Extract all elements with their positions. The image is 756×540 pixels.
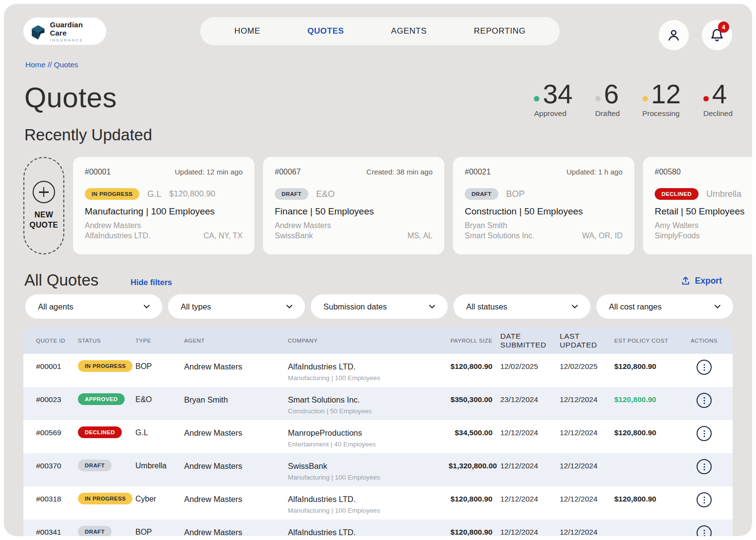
row-payroll-size: $120,800.90 xyxy=(449,354,492,371)
stat: 6 Drafted xyxy=(595,81,620,118)
filter-label: Submission dates xyxy=(323,302,387,311)
profile-button[interactable] xyxy=(659,20,689,50)
quote-type: E&O xyxy=(316,189,335,199)
quote-card[interactable]: #00067 Created: 38 min ago DRAFT E&O Fin… xyxy=(263,157,444,254)
stat: 4 Declined xyxy=(703,81,733,118)
filter-bar: All agents All types Submission dates xyxy=(25,294,733,319)
row-company-cell: AlfaIndustries LTD. Manufacturing | 100 … xyxy=(288,354,449,382)
row-agent: Andrew Masters xyxy=(184,486,288,504)
row-company-cell: SwissBank Manufacturing | 100 Employees xyxy=(288,453,449,481)
kebab-menu-icon[interactable] xyxy=(697,393,712,408)
quote-id: #00067 xyxy=(275,168,301,176)
row-quote-id: #00001 xyxy=(36,354,78,371)
filter-dropdown[interactable]: All types xyxy=(168,294,305,319)
stat-top: 34 xyxy=(534,81,572,108)
quotes-table: QUOTE ID STATUS TYPE AGENT COMPANY PAYRO… xyxy=(23,328,733,536)
card-header: #00001 Updated: 12 min ago xyxy=(85,168,243,176)
brand-logo[interactable]: Guardian Care INSURANCE xyxy=(23,18,106,45)
quote-agent: Andrew Masters xyxy=(275,221,433,230)
row-last-updated: 12/02/2025 xyxy=(552,354,610,371)
status-badge: DRAFT xyxy=(465,188,498,200)
row-quote-id: #00569 xyxy=(36,420,78,437)
new-quote-button[interactable]: NEW QUOTE xyxy=(23,157,64,254)
filter-dropdown[interactable]: All cost ranges xyxy=(596,294,733,319)
table-row[interactable]: #00569 DECLINED G.L Andrew Masters Manro… xyxy=(23,420,733,453)
stat-value: 6 xyxy=(604,81,619,108)
table-row[interactable]: #00370 DRAFT Umbrella Andrew Masters Swi… xyxy=(23,453,733,486)
row-actions-cell xyxy=(688,520,720,536)
filter-dropdown[interactable]: Submission dates xyxy=(311,294,448,319)
quote-type: BOP xyxy=(506,189,525,199)
column-header: COMPANY xyxy=(288,338,449,344)
row-status-cell: DRAFT xyxy=(78,453,135,471)
row-quote-id: #00023 xyxy=(36,387,78,404)
row-last-updated: 12/12/2024 xyxy=(552,387,610,404)
quote-card[interactable]: #00580 DECLINED Umbrella Retail | 50 Emp… xyxy=(643,157,752,254)
row-company-cell: AlfaIndustries LTD. Manufacturing | 100 … xyxy=(288,486,449,514)
status-badge: DECLINED xyxy=(78,426,122,438)
kebab-menu-icon[interactable] xyxy=(697,525,712,536)
chevron-down-icon xyxy=(427,302,437,311)
kebab-menu-icon[interactable] xyxy=(697,459,712,474)
notifications-button[interactable]: 4 xyxy=(702,20,732,50)
stat-label: Approved xyxy=(534,109,572,118)
status-badge: IN PROGRESS xyxy=(78,360,132,372)
filter-label: All statuses xyxy=(466,302,507,311)
row-agent: Bryan Smith xyxy=(184,387,288,405)
card-header: #00021 Updated: 1 h ago xyxy=(465,168,623,176)
app-background: Guardian Care INSURANCE HOME QUOTES AGEN… xyxy=(4,4,752,536)
quote-company: SwissBank xyxy=(275,231,313,240)
row-est-policy-cost: $120,800.90 xyxy=(610,387,688,404)
row-company-subtitle: Manufacturing | 100 Employees xyxy=(288,507,449,514)
quote-card[interactable]: #00021 Updated: 1 h ago DRAFT BOP Constr… xyxy=(453,157,634,254)
status-badge: DRAFT xyxy=(78,460,112,471)
kebab-menu-icon[interactable] xyxy=(697,426,712,441)
row-quote-id: #00341 xyxy=(36,520,78,536)
quote-card[interactable]: #00001 Updated: 12 min ago IN PROGRESS G… xyxy=(73,157,254,254)
table-row[interactable]: #00341 DRAFT BOP Andrew Masters AlfaIndu… xyxy=(23,520,733,536)
stat-value: 12 xyxy=(651,81,681,108)
filter-dropdown[interactable]: All statuses xyxy=(454,294,590,319)
table-row[interactable]: #00023 APPROVED E&O Bryan Smith Smart So… xyxy=(23,387,733,420)
row-est-policy-cost xyxy=(610,520,688,528)
row-payroll-size: $34,500.00 xyxy=(449,420,492,437)
table-row[interactable]: #00318 IN PROGRESS Cyber Andrew Masters … xyxy=(23,486,733,520)
row-status-cell: DECLINED xyxy=(78,420,135,438)
card-footer: SwissBank MS, AL xyxy=(275,231,433,240)
notification-count-badge: 4 xyxy=(718,21,729,33)
row-date-submitted: 12/12/2024 xyxy=(492,486,552,503)
nav-item[interactable]: REPORTING xyxy=(474,26,526,36)
row-type: Umbrella xyxy=(135,453,184,470)
stat-top: 6 xyxy=(595,81,620,108)
row-payroll-size: $120,800.90 xyxy=(449,520,492,536)
recently-updated-heading: Recently Updated xyxy=(24,126,152,144)
row-status-cell: APPROVED xyxy=(78,387,135,405)
filter-label: All types xyxy=(181,302,211,311)
kebab-menu-icon[interactable] xyxy=(697,360,712,375)
card-badge-row: DECLINED Umbrella xyxy=(655,188,752,200)
row-type: BOP xyxy=(135,354,184,371)
filter-dropdown[interactable]: All agents xyxy=(25,294,162,319)
nav-item[interactable]: AGENTS xyxy=(391,26,427,36)
quote-timestamp: Updated: 12 min ago xyxy=(175,168,243,176)
row-company-subtitle: Manufacturing | 100 Employees xyxy=(288,474,449,481)
row-company-cell: AlfaIndustries LTD. xyxy=(288,520,449,536)
hide-filters-link[interactable]: Hide filters xyxy=(131,278,172,287)
row-est-policy-cost: $120,800.90 xyxy=(610,486,688,503)
kebab-menu-icon[interactable] xyxy=(697,492,712,507)
upload-icon xyxy=(680,276,691,286)
brand-tagline: INSURANCE xyxy=(50,38,99,42)
quote-id: #00580 xyxy=(655,168,680,176)
breadcrumb[interactable]: Home // Quotes xyxy=(25,60,78,69)
card-footer: Smart Solutions Inc. WA, OR, ID xyxy=(465,231,623,240)
nav-item[interactable]: QUOTES xyxy=(307,26,344,36)
quote-title: Finance | 50 Employees xyxy=(275,206,433,217)
row-company-name: AlfaIndustries LTD. xyxy=(288,362,449,371)
nav-item[interactable]: HOME xyxy=(234,26,260,36)
table-row[interactable]: #00001 IN PROGRESS BOP Andrew Masters Al… xyxy=(23,354,733,387)
column-header: LAST UPDATED xyxy=(552,332,610,349)
card-footer: SimplyFoods xyxy=(655,231,752,240)
column-header: ACTIONS xyxy=(688,338,720,344)
row-company-subtitle: Manufacturing | 100 Employees xyxy=(288,374,449,382)
export-button[interactable]: Export xyxy=(680,276,722,286)
